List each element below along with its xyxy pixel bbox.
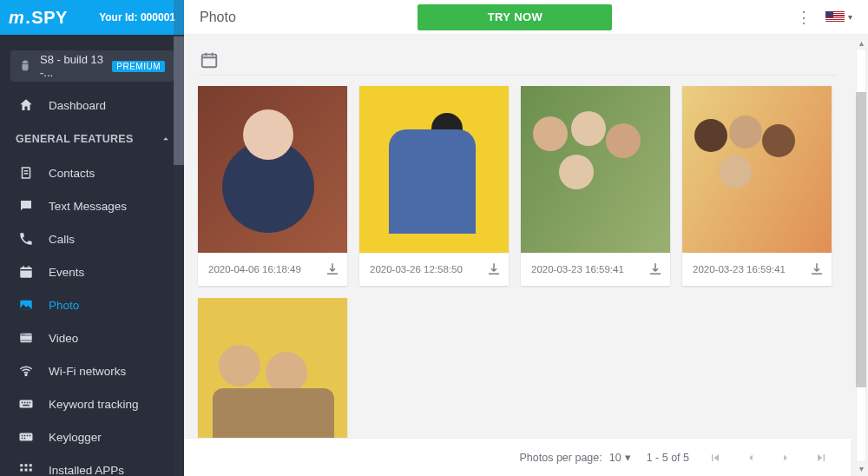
svg-rect-9	[20, 400, 33, 408]
photo-timestamp: 2020-03-26 12:58:50	[370, 264, 463, 274]
photo-timestamp: 2020-03-23 16:59:41	[531, 264, 624, 274]
svg-rect-13	[30, 402, 31, 404]
chevron-down-icon: ▾	[625, 451, 631, 464]
pager-next-button[interactable]	[776, 448, 795, 467]
page-title: Photo	[200, 10, 236, 25]
sidebar-item-label: Keylogger	[49, 431, 102, 444]
photo-card[interactable]: 2020-03-23 16:59:41	[521, 86, 670, 286]
sidebar-item-wi-fi-networks[interactable]: Wi-Fi networks	[0, 354, 184, 387]
content-scrollbar-thumb[interactable]	[856, 92, 866, 387]
per-page-label: Photos per page:	[520, 452, 602, 464]
pager-last-button[interactable]	[811, 447, 832, 468]
svg-rect-17	[24, 435, 26, 437]
device-name: S8 - build 13 -...	[40, 53, 107, 79]
sidebar-item-photo[interactable]: Photo	[0, 288, 184, 321]
download-icon[interactable]	[486, 261, 502, 277]
wifi-icon	[17, 362, 35, 380]
svg-rect-11	[24, 402, 26, 404]
photo-thumbnail[interactable]	[682, 86, 832, 253]
contacts-icon	[17, 164, 35, 182]
brand-logo: m.SPY	[9, 8, 68, 28]
sidebar-item-text-messages[interactable]: Text Messages	[0, 189, 184, 222]
photo-timestamp: 2020-03-23 16:59:41	[693, 264, 786, 274]
device-selector[interactable]: S8 - build 13 -... PREMIUM	[10, 50, 174, 82]
sidebar-item-calls[interactable]: Calls	[0, 222, 184, 255]
svg-rect-15	[20, 433, 33, 441]
svg-rect-3	[20, 268, 32, 278]
android-icon	[19, 60, 31, 72]
sidebar-item-label: Text Messages	[49, 200, 127, 213]
content: 2020-04-06 16:18:492020-03-26 12:58:5020…	[184, 35, 868, 476]
svg-rect-16	[22, 435, 23, 437]
svg-rect-12	[27, 402, 29, 404]
photo-thumbnail[interactable]	[521, 86, 670, 253]
sidebar-item-installed-apps[interactable]: Installed APPs	[0, 453, 184, 476]
sidebar-item-label: Events	[49, 266, 84, 279]
divider	[198, 75, 837, 76]
svg-rect-20	[22, 438, 23, 440]
photo-thumbnail[interactable]	[198, 86, 347, 253]
svg-rect-27	[30, 469, 32, 472]
photo-card[interactable]: 2020-04-06 16:18:49	[198, 86, 347, 286]
sidebar-item-dashboard[interactable]: Dashboard	[0, 89, 184, 122]
download-icon[interactable]	[809, 261, 825, 277]
sidebar-scrollbar-thumb[interactable]	[174, 36, 184, 165]
svg-rect-23	[25, 464, 28, 466]
sidebar-item-label: Installed APPs	[49, 464, 124, 477]
scroll-up-icon[interactable]: ▴	[856, 37, 866, 48]
pager-prev-button[interactable]	[741, 448, 760, 467]
sidebar-item-label: Keyword tracking	[49, 398, 139, 411]
svg-rect-19	[30, 435, 31, 437]
photo-timestamp: 2020-04-06 16:18:49	[208, 264, 301, 274]
video-icon	[17, 329, 35, 347]
try-now-button[interactable]: TRY NOW	[418, 4, 612, 30]
photo-thumbnail[interactable]	[359, 86, 509, 253]
svg-point-2	[28, 204, 30, 206]
sidebar: m.SPY Your Id: 000001 S8 - build 13 -...…	[0, 0, 184, 476]
sidebar-item-label: Contacts	[49, 167, 95, 180]
user-id: Your Id: 000001	[99, 11, 175, 23]
sms-icon	[17, 197, 35, 215]
svg-point-1	[25, 204, 27, 206]
chevron-down-icon: ▾	[848, 12, 852, 22]
pager: Photos per page: 10 ▾ 1 - 5 of 5	[184, 438, 851, 476]
pager-range: 1 - 5 of 5	[647, 452, 689, 464]
keylogger-icon	[17, 428, 35, 446]
download-icon[interactable]	[648, 261, 663, 277]
svg-rect-21	[24, 438, 26, 440]
photo-icon	[17, 296, 35, 314]
apps-icon	[17, 461, 35, 476]
sidebar-item-contacts[interactable]: Contacts	[0, 156, 184, 189]
svg-point-7	[23, 334, 24, 334]
more-menu-icon[interactable]: ⋮	[794, 8, 813, 27]
photo-card[interactable]: 2020-03-23 16:59:41	[682, 86, 832, 286]
header: Photo TRY NOW ⋮ ▾	[184, 0, 868, 35]
sidebar-nav: Dashboard GENERAL FEATURES ContactsText …	[0, 89, 184, 476]
download-icon[interactable]	[325, 261, 340, 277]
svg-rect-22	[20, 464, 23, 466]
pager-first-button[interactable]	[705, 447, 726, 468]
home-icon	[17, 96, 35, 114]
sidebar-item-keylogger[interactable]: Keylogger	[0, 420, 184, 453]
sidebar-section-general[interactable]: GENERAL FEATURES	[0, 122, 184, 156]
sidebar-item-keyword-tracking[interactable]: Keyword tracking	[0, 387, 184, 420]
calendar-icon[interactable]	[200, 50, 835, 69]
sidebar-item-events[interactable]: Events	[0, 255, 184, 288]
scroll-down-icon[interactable]: ▾	[856, 463, 866, 473]
svg-rect-25	[20, 469, 23, 472]
sidebar-item-label: Dashboard	[49, 99, 106, 112]
chevron-up-icon	[160, 133, 172, 145]
photo-card[interactable]: 2020-03-26 12:58:50	[359, 86, 509, 286]
content-scrollbar[interactable]: ▴ ▾	[854, 36, 868, 474]
device-badge: PREMIUM	[112, 61, 165, 72]
svg-rect-18	[27, 435, 29, 437]
sidebar-topbar: m.SPY Your Id: 000001	[0, 0, 184, 35]
phone-icon	[17, 230, 35, 248]
svg-rect-28	[202, 55, 217, 68]
sidebar-item-video[interactable]: Video	[0, 321, 184, 354]
svg-point-0	[23, 204, 24, 206]
flag-us-icon	[825, 11, 845, 23]
locale-selector[interactable]: ▾	[825, 11, 852, 23]
per-page-select[interactable]: 10 ▾	[609, 451, 631, 464]
event-icon	[17, 263, 35, 281]
